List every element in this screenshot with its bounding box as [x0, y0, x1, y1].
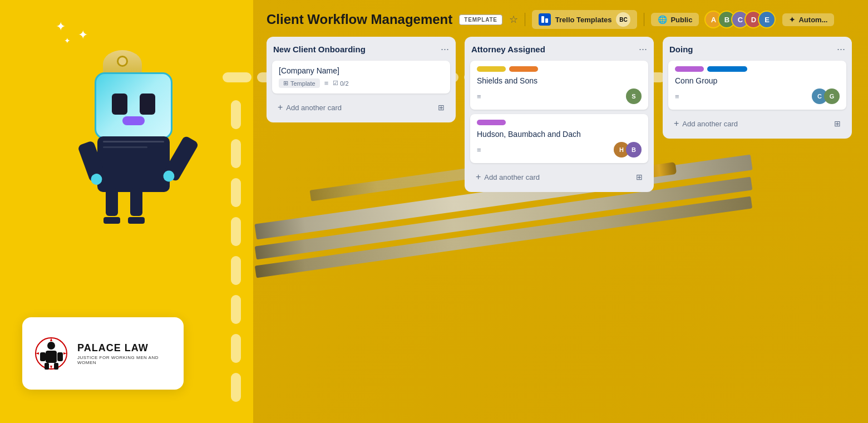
palace-law-card: PALACE LAW JUSTICE FOR WORKING MEN AND W…: [22, 317, 184, 390]
svg-rect-6: [54, 363, 58, 370]
label-purple: [477, 120, 506, 125]
robot-mouth: [122, 116, 145, 125]
label-orange: [509, 66, 538, 72]
column-title-2: Attorney Assigned: [471, 45, 545, 54]
add-card-left-3: + Add another card: [674, 119, 738, 129]
card-shields-and-sons[interactable]: Shields and Sons ≡ S: [470, 61, 648, 110]
column-menu-icon-2[interactable]: ···: [639, 43, 647, 55]
plus-icon-1: +: [278, 102, 283, 112]
robot-torso: [97, 136, 170, 192]
desc-icon-shields: ≡: [477, 92, 481, 101]
member-avatars: A B C D E: [709, 11, 776, 28]
card-template-icon-3: ⊞: [834, 119, 841, 128]
palace-subtitle: JUSTICE FOR WORKING MEN AND WOMEN: [77, 355, 172, 365]
svg-rect-3: [40, 352, 46, 361]
label-yellow: [477, 66, 506, 72]
column-attorney-assigned: Attorney Assigned ··· Shields and Sons ≡…: [465, 37, 654, 192]
trello-bar-right: [545, 18, 548, 23]
robot-foot-right: [128, 217, 145, 224]
robot-body-group: [83, 39, 184, 195]
card-avatar-shields-1: S: [626, 88, 642, 104]
card-avatars-hudson: H B: [616, 142, 642, 158]
card-title-1: [Company Name]: [279, 66, 443, 75]
card-labels-shields: [477, 66, 642, 72]
add-card-button-1[interactable]: + Add another card ⊞: [272, 98, 450, 117]
card-avatars-shields: S: [628, 88, 642, 104]
card-footer-conn: ≡ C G: [675, 88, 840, 104]
template-chip-icon: ⊞: [283, 80, 288, 87]
trello-icon: [539, 13, 551, 26]
workspace-badge[interactable]: Trello Templates BC: [532, 10, 638, 29]
sparkle-icon: ✦: [56, 19, 66, 34]
trello-logo: [541, 16, 548, 23]
card-template-icon-2: ⊞: [636, 173, 643, 181]
card-conn-group[interactable]: Conn Group ≡ C G: [668, 61, 846, 110]
trello-bar-left: [541, 16, 544, 23]
card-footer-shields: ≡ S: [477, 88, 642, 104]
mascot-illustration: ✦ ✦ ✦: [17, 17, 223, 284]
sparkle-icon: ✦: [789, 16, 795, 24]
decorative-left-pills: [231, 83, 241, 423]
workspace-initials: BC: [616, 12, 630, 27]
header-divider-2: [644, 13, 644, 26]
template-chip: ⊞ Template: [279, 78, 320, 88]
card-labels-conn: [675, 66, 840, 72]
template-chip-label: Template: [290, 80, 315, 87]
checklist-meta-1: ☑ 0/2: [333, 80, 348, 87]
card-title-conn: Conn Group: [675, 76, 840, 85]
label-purple-conn: [675, 66, 704, 72]
plus-icon-3: +: [674, 119, 679, 129]
star-icon[interactable]: ☆: [509, 13, 518, 26]
hat-ball: [117, 56, 128, 67]
robot-eye-right: [140, 94, 155, 115]
robot-foot-left: [103, 217, 120, 224]
template-badge: TEMPLATE: [459, 14, 502, 25]
column-title-1: New Client Onboarding: [273, 45, 366, 54]
label-blue-conn: [707, 66, 747, 72]
card-company-name[interactable]: [Company Name] ⊞ Template ≡ ☑ 0/2: [272, 61, 450, 94]
add-card-label-3: Add another card: [682, 120, 738, 128]
svg-rect-5: [45, 363, 49, 370]
robot-leg-right: [130, 188, 142, 216]
card-template-icon-1: ⊞: [438, 103, 445, 112]
column-title-3: Doing: [669, 45, 693, 54]
card-avatar-conn-2: G: [824, 88, 840, 104]
description-icon-1: ≡: [324, 79, 329, 87]
card-labels-hudson: [477, 120, 642, 125]
robot-head: [95, 72, 172, 139]
sparkle-icon: ✦: [64, 36, 71, 45]
card-avatars-conn: C G: [814, 88, 840, 104]
add-card-left-2: + Add another card: [476, 172, 540, 182]
add-card-left-1: + Add another card: [278, 102, 342, 112]
automation-label: Autom...: [798, 16, 827, 24]
plus-icon-2: +: [476, 172, 481, 182]
robot-leg-left: [106, 188, 118, 216]
visibility-label: Public: [670, 16, 692, 24]
check-count-1: 0/2: [340, 80, 348, 87]
desc-icon-hudson: ≡: [477, 146, 481, 154]
column-doing: Doing ··· Conn Group ≡ C G: [663, 37, 852, 139]
card-footer-hudson: ≡ H B: [477, 142, 642, 158]
add-card-label-2: Add another card: [484, 173, 540, 181]
column-menu-icon-1[interactable]: ···: [441, 43, 449, 55]
palace-text-group: PALACE LAW JUSTICE FOR WORKING MEN AND W…: [77, 342, 172, 365]
column-menu-icon-3[interactable]: ···: [837, 43, 845, 55]
board-header: Client Workflow Management TEMPLATE ☆ Tr…: [253, 0, 868, 37]
add-card-button-2[interactable]: + Add another card ⊞: [470, 168, 648, 186]
svg-point-1: [47, 342, 55, 350]
column-header-1: New Client Onboarding ···: [272, 43, 450, 55]
card-title-shields: Shields and Sons: [477, 76, 642, 85]
column-header-2: Attorney Assigned ···: [470, 43, 648, 55]
robot-eye-left: [112, 94, 127, 115]
card-hudson-baumbach[interactable]: Hudson, Baumbach and Dach ≡ H B: [470, 114, 648, 163]
svg-rect-2: [46, 351, 57, 363]
palace-logo: [33, 336, 70, 372]
avatar-5[interactable]: E: [758, 11, 776, 28]
header-divider: [525, 13, 525, 26]
automation-button[interactable]: ✦ Autom...: [782, 13, 834, 26]
visibility-badge[interactable]: 🌐 Public: [651, 13, 699, 26]
workspace-name: Trello Templates: [555, 16, 612, 24]
add-card-button-3[interactable]: + Add another card ⊞: [668, 114, 846, 133]
add-card-label-1: Add another card: [286, 104, 342, 112]
card-title-hudson: Hudson, Baumbach and Dach: [477, 130, 642, 139]
